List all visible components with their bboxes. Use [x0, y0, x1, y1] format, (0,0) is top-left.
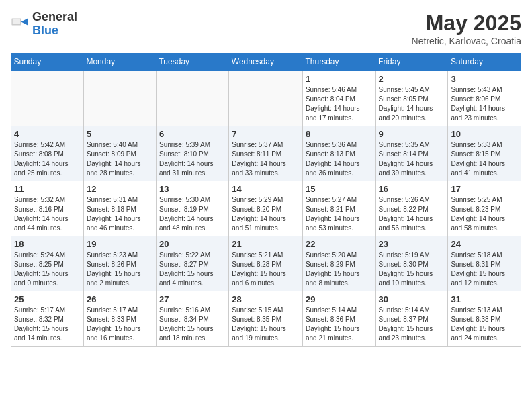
- day-info: Sunrise: 5:16 AMSunset: 8:34 PMDaylight:…: [159, 306, 226, 343]
- title-block: May 2025 Netretic, Karlovac, Croatia: [412, 11, 521, 46]
- day-number: 6: [159, 129, 226, 139]
- calendar-cell: 10Sunrise: 5:33 AMSunset: 8:15 PMDayligh…: [448, 126, 521, 181]
- svg-rect-2: [13, 19, 20, 24]
- day-number: 23: [379, 239, 445, 249]
- day-info: Sunrise: 5:24 AMSunset: 8:25 PMDaylight:…: [14, 250, 81, 288]
- day-number: 10: [451, 129, 518, 139]
- calendar-cell: 15Sunrise: 5:27 AMSunset: 8:21 PMDayligh…: [302, 181, 375, 236]
- day-number: 15: [306, 184, 373, 194]
- logo-general-text: General: [32, 11, 77, 24]
- calendar-cell: 11Sunrise: 5:32 AMSunset: 8:16 PMDayligh…: [11, 181, 84, 236]
- calendar-week-row: 1Sunrise: 5:46 AMSunset: 8:04 PMDaylight…: [11, 71, 521, 126]
- calendar-cell: 23Sunrise: 5:19 AMSunset: 8:30 PMDayligh…: [375, 236, 448, 291]
- month-title: May 2025: [412, 11, 521, 36]
- day-info: Sunrise: 5:31 AMSunset: 8:18 PMDaylight:…: [87, 195, 153, 233]
- calendar-week-row: 18Sunrise: 5:24 AMSunset: 8:25 PMDayligh…: [11, 236, 521, 291]
- calendar-cell: 16Sunrise: 5:26 AMSunset: 8:22 PMDayligh…: [375, 181, 448, 236]
- day-number: 31: [451, 294, 518, 304]
- day-info: Sunrise: 5:27 AMSunset: 8:21 PMDaylight:…: [306, 195, 373, 233]
- calendar-cell: 8Sunrise: 5:36 AMSunset: 8:13 PMDaylight…: [302, 126, 375, 181]
- day-info: Sunrise: 5:42 AMSunset: 8:08 PMDaylight:…: [14, 140, 81, 178]
- day-number: 30: [379, 294, 445, 304]
- day-number: 28: [232, 294, 300, 304]
- calendar-cell: 6Sunrise: 5:39 AMSunset: 8:10 PMDaylight…: [156, 126, 228, 181]
- day-number: 5: [87, 129, 153, 139]
- calendar-cell: 25Sunrise: 5:17 AMSunset: 8:32 PMDayligh…: [11, 291, 84, 347]
- calendar-week-row: 25Sunrise: 5:17 AMSunset: 8:32 PMDayligh…: [11, 291, 521, 347]
- page-header: General Blue May 2025 Netretic, Karlovac…: [11, 11, 521, 46]
- day-number: 14: [232, 184, 300, 194]
- day-number: 2: [379, 74, 445, 84]
- day-info: Sunrise: 5:17 AMSunset: 8:33 PMDaylight:…: [87, 306, 153, 343]
- calendar-cell: [83, 71, 156, 126]
- svg-marker-3: [21, 18, 28, 25]
- day-number: 12: [87, 184, 153, 194]
- weekday-header-thursday: Thursday: [302, 53, 375, 71]
- day-number: 18: [14, 239, 81, 249]
- calendar-cell: 28Sunrise: 5:15 AMSunset: 8:35 PMDayligh…: [229, 291, 303, 347]
- calendar-week-row: 4Sunrise: 5:42 AMSunset: 8:08 PMDaylight…: [11, 126, 521, 181]
- day-info: Sunrise: 5:33 AMSunset: 8:15 PMDaylight:…: [451, 140, 518, 178]
- calendar-cell: [11, 71, 84, 126]
- day-info: Sunrise: 5:14 AMSunset: 8:37 PMDaylight:…: [379, 306, 445, 343]
- day-number: 3: [451, 74, 518, 84]
- day-info: Sunrise: 5:45 AMSunset: 8:05 PMDaylight:…: [379, 85, 445, 123]
- calendar-cell: 27Sunrise: 5:16 AMSunset: 8:34 PMDayligh…: [156, 291, 228, 347]
- day-info: Sunrise: 5:17 AMSunset: 8:32 PMDaylight:…: [14, 306, 81, 343]
- logo-blue-text: Blue: [32, 24, 77, 38]
- day-number: 13: [159, 184, 226, 194]
- calendar-cell: [229, 71, 303, 126]
- weekday-header-row: SundayMondayTuesdayWednesdayThursdayFrid…: [11, 53, 521, 71]
- calendar-cell: 22Sunrise: 5:20 AMSunset: 8:29 PMDayligh…: [302, 236, 375, 291]
- day-info: Sunrise: 5:20 AMSunset: 8:29 PMDaylight:…: [306, 250, 373, 288]
- calendar-cell: 9Sunrise: 5:35 AMSunset: 8:14 PMDaylight…: [375, 126, 448, 181]
- day-number: 27: [159, 294, 226, 304]
- calendar-cell: 13Sunrise: 5:30 AMSunset: 8:19 PMDayligh…: [156, 181, 228, 236]
- calendar-table: SundayMondayTuesdayWednesdayThursdayFrid…: [11, 53, 521, 347]
- logo-text: General Blue: [32, 11, 77, 38]
- day-info: Sunrise: 5:32 AMSunset: 8:16 PMDaylight:…: [14, 195, 81, 233]
- day-info: Sunrise: 5:29 AMSunset: 8:20 PMDaylight:…: [232, 195, 300, 233]
- day-number: 19: [87, 239, 153, 249]
- day-info: Sunrise: 5:13 AMSunset: 8:38 PMDaylight:…: [451, 306, 518, 343]
- calendar-cell: 18Sunrise: 5:24 AMSunset: 8:25 PMDayligh…: [11, 236, 84, 291]
- calendar-week-row: 11Sunrise: 5:32 AMSunset: 8:16 PMDayligh…: [11, 181, 521, 236]
- day-number: 22: [306, 239, 373, 249]
- day-info: Sunrise: 5:30 AMSunset: 8:19 PMDaylight:…: [159, 195, 226, 233]
- calendar-cell: 30Sunrise: 5:14 AMSunset: 8:37 PMDayligh…: [375, 291, 448, 347]
- day-info: Sunrise: 5:35 AMSunset: 8:14 PMDaylight:…: [379, 140, 445, 178]
- calendar-cell: 5Sunrise: 5:40 AMSunset: 8:09 PMDaylight…: [83, 126, 156, 181]
- day-info: Sunrise: 5:22 AMSunset: 8:27 PMDaylight:…: [159, 250, 226, 288]
- day-number: 25: [14, 294, 81, 304]
- calendar-cell: 19Sunrise: 5:23 AMSunset: 8:26 PMDayligh…: [83, 236, 156, 291]
- day-info: Sunrise: 5:21 AMSunset: 8:28 PMDaylight:…: [232, 250, 300, 288]
- calendar-cell: 3Sunrise: 5:43 AMSunset: 8:06 PMDaylight…: [448, 71, 521, 126]
- day-info: Sunrise: 5:25 AMSunset: 8:23 PMDaylight:…: [451, 195, 518, 233]
- location-text: Netretic, Karlovac, Croatia: [412, 36, 521, 46]
- day-info: Sunrise: 5:40 AMSunset: 8:09 PMDaylight:…: [87, 140, 153, 178]
- weekday-header-tuesday: Tuesday: [156, 53, 228, 71]
- day-number: 21: [232, 239, 300, 249]
- day-info: Sunrise: 5:39 AMSunset: 8:10 PMDaylight:…: [159, 140, 226, 178]
- day-info: Sunrise: 5:43 AMSunset: 8:06 PMDaylight:…: [451, 85, 518, 123]
- day-number: 11: [14, 184, 81, 194]
- calendar-cell: 7Sunrise: 5:37 AMSunset: 8:11 PMDaylight…: [229, 126, 303, 181]
- weekday-header-monday: Monday: [83, 53, 156, 71]
- calendar-cell: 26Sunrise: 5:17 AMSunset: 8:33 PMDayligh…: [83, 291, 156, 347]
- day-number: 1: [306, 74, 373, 84]
- calendar-cell: 12Sunrise: 5:31 AMSunset: 8:18 PMDayligh…: [83, 181, 156, 236]
- day-number: 9: [379, 129, 445, 139]
- calendar-cell: 31Sunrise: 5:13 AMSunset: 8:38 PMDayligh…: [448, 291, 521, 347]
- calendar-cell: 2Sunrise: 5:45 AMSunset: 8:05 PMDaylight…: [375, 71, 448, 126]
- day-number: 4: [14, 129, 81, 139]
- day-info: Sunrise: 5:36 AMSunset: 8:13 PMDaylight:…: [306, 140, 373, 178]
- day-info: Sunrise: 5:15 AMSunset: 8:35 PMDaylight:…: [232, 306, 300, 343]
- calendar-cell: 20Sunrise: 5:22 AMSunset: 8:27 PMDayligh…: [156, 236, 228, 291]
- calendar-cell: 21Sunrise: 5:21 AMSunset: 8:28 PMDayligh…: [229, 236, 303, 291]
- logo-icon: [11, 15, 30, 34]
- logo: General Blue: [11, 11, 77, 38]
- calendar-cell: 29Sunrise: 5:14 AMSunset: 8:36 PMDayligh…: [302, 291, 375, 347]
- day-info: Sunrise: 5:26 AMSunset: 8:22 PMDaylight:…: [379, 195, 445, 233]
- calendar-cell: 14Sunrise: 5:29 AMSunset: 8:20 PMDayligh…: [229, 181, 303, 236]
- calendar-cell: 24Sunrise: 5:18 AMSunset: 8:31 PMDayligh…: [448, 236, 521, 291]
